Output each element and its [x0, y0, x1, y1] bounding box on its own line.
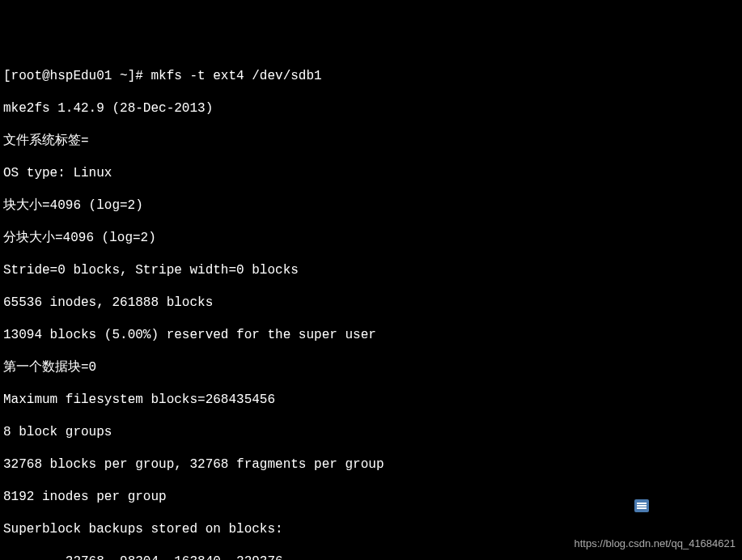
- output-line: Maximum filesystem blocks=268435456: [3, 392, 739, 408]
- output-line: 65536 inodes, 261888 blocks: [3, 295, 739, 311]
- output-line: 13094 blocks (5.00%) reserved for the su…: [3, 327, 739, 343]
- output-line: 32768, 98304, 163840, 229376: [3, 554, 739, 560]
- prompt-line-1: [root@hspEdu01 ~]# mkfs -t ext4 /dev/sdb…: [3, 68, 739, 84]
- output-line: 分块大小=4096 (log=2): [3, 230, 739, 246]
- command-mkfs: mkfs -t ext4 /dev/sdb1: [151, 69, 321, 83]
- output-line: 文件系统标签=: [3, 133, 739, 149]
- watermark: https://blog.csdn.net/qq_41684621: [575, 537, 736, 550]
- output-line: 第一个数据块=0: [3, 359, 739, 375]
- prompt: [root@hspEdu01 ~]#: [3, 69, 151, 83]
- output-line: Superblock backups stored on blocks:: [3, 521, 739, 537]
- output-line: 块大小=4096 (log=2): [3, 197, 739, 214]
- output-line: 8192 inodes per group: [3, 489, 739, 505]
- output-line: mke2fs 1.42.9 (28-Dec-2013): [3, 100, 739, 117]
- output-line: 32768 blocks per group, 32768 fragments …: [3, 456, 739, 473]
- menu-icon: [634, 499, 649, 512]
- output-line: OS type: Linux: [3, 165, 739, 181]
- output-line: 8 block groups: [3, 424, 739, 440]
- output-line: Stride=0 blocks, Stripe width=0 blocks: [3, 262, 739, 278]
